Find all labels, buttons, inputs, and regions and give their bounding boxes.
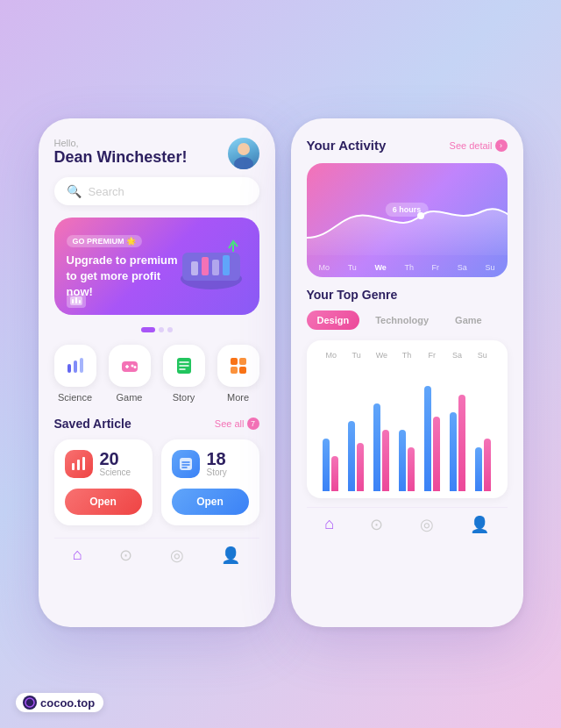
chart-day-we: We: [374, 263, 386, 272]
svg-rect-7: [182, 253, 240, 281]
article-science: 20 Science Open: [54, 439, 153, 525]
saved-articles-title: Saved Article: [54, 417, 131, 431]
bar-group-mo: [321, 368, 341, 491]
story-type: Story: [207, 467, 227, 477]
article-story-top: 18 Story: [172, 450, 249, 478]
svg-rect-13: [67, 364, 71, 373]
bcd-mo: Mo: [319, 351, 344, 360]
svg-rect-9: [202, 257, 209, 275]
more-label: More: [227, 392, 249, 403]
activity-header: Your Activity See detail ›: [307, 138, 508, 153]
nav-home[interactable]: ⌂: [73, 546, 82, 565]
story-count: 18: [207, 450, 227, 467]
svg-rect-11: [223, 255, 230, 275]
nav-profile[interactable]: 👤: [221, 546, 240, 565]
search-bar[interactable]: 🔍 Search: [54, 177, 259, 205]
category-more[interactable]: More: [217, 345, 259, 403]
banner-premium-label: GO PREMIUM 🌟: [67, 235, 143, 247]
genre-tab-technology[interactable]: Technology: [365, 310, 439, 330]
genre-tabs: Design Technology Game Science: [307, 310, 508, 330]
svg-rect-5: [79, 300, 81, 303]
search-icon: 🔍: [67, 184, 82, 198]
activity-chart: 6 hours Mo Tu We Th Fr Sa Su: [307, 163, 508, 277]
svg-rect-25: [231, 358, 238, 365]
premium-banner[interactable]: GO PREMIUM 🌟 Upgrade to premium to get m…: [54, 218, 259, 315]
bottom-nav-left: ⌂ ⊙ ◎ 👤: [54, 538, 259, 565]
bar-sa-blue: [450, 412, 457, 491]
dot-3: [167, 327, 173, 332]
nav-search-right[interactable]: ⊙: [370, 515, 383, 534]
bcd-th: Th: [394, 351, 420, 360]
bar-sa-pink: [458, 395, 465, 491]
bar-we-blue: [373, 403, 380, 491]
genre-tab-science[interactable]: Science: [498, 310, 508, 330]
genre-tab-design[interactable]: Design: [307, 310, 360, 330]
bar-group-tu: [346, 368, 366, 491]
chart-day-mo: Mo: [319, 263, 330, 272]
nav-search[interactable]: ⊙: [119, 546, 132, 565]
science-count: 20: [100, 450, 131, 467]
bar-chart: Mo Tu We Th Fr Sa Su: [307, 340, 508, 498]
open-story-button[interactable]: Open: [172, 489, 249, 515]
svg-rect-29: [72, 463, 75, 470]
open-science-button[interactable]: Open: [65, 489, 142, 515]
svg-point-0: [238, 143, 250, 155]
svg-rect-14: [74, 360, 77, 373]
nav-home-right[interactable]: ⌂: [324, 515, 334, 534]
svg-point-1: [234, 157, 253, 169]
chart-days: Mo Tu We Th Fr Sa Su: [319, 263, 495, 272]
bcd-su: Su: [470, 351, 495, 360]
bar-fr-blue: [424, 386, 431, 491]
article-story-icon: [172, 450, 200, 478]
activity-title: Your Activity: [307, 138, 387, 153]
bar-su-pink: [484, 439, 491, 491]
see-detail-button[interactable]: See detail ›: [450, 139, 508, 152]
svg-rect-32: [180, 458, 192, 470]
category-science[interactable]: Science: [54, 345, 96, 403]
hours-badge: 6 hours: [386, 203, 429, 217]
saved-articles-header: Saved Article See all 7: [54, 417, 259, 431]
more-icon: [217, 345, 259, 387]
story-icon: [163, 345, 205, 387]
banner-icon: [67, 294, 86, 308]
bar-su-blue: [475, 447, 482, 491]
category-game[interactable]: Game: [109, 345, 151, 403]
svg-rect-31: [82, 457, 85, 470]
see-detail-label: See detail: [450, 140, 493, 151]
see-all-button[interactable]: See all 7: [215, 418, 259, 430]
genre-title: Your Top Genre: [307, 288, 508, 302]
svg-rect-4: [75, 297, 77, 303]
nav-camera-right[interactable]: ◎: [420, 515, 434, 534]
bar-th-pink: [408, 447, 415, 491]
science-icon: [54, 345, 96, 387]
bar-tu-pink: [357, 443, 364, 491]
svg-rect-27: [231, 367, 238, 374]
chart-day-su: Su: [485, 263, 494, 272]
bar-tu-blue: [348, 421, 355, 491]
banner-illustration: [163, 231, 251, 301]
nav-profile-right[interactable]: 👤: [470, 515, 489, 534]
bcd-sa: Sa: [444, 351, 470, 360]
svg-rect-30: [77, 460, 80, 470]
see-all-label: See all: [215, 418, 245, 429]
svg-rect-26: [239, 358, 246, 365]
chart-day-sa: Sa: [458, 263, 467, 272]
search-placeholder: Search: [89, 185, 124, 198]
bar-mo-pink: [331, 456, 338, 491]
chart-day-tu: Tu: [348, 263, 357, 272]
genre-tab-game[interactable]: Game: [444, 310, 493, 330]
article-story-info: 18 Story: [207, 450, 227, 477]
chart-day-fr: Fr: [432, 263, 440, 272]
bar-th-blue: [399, 430, 406, 491]
bar-group-su: [473, 368, 494, 491]
chart-day-th: Th: [404, 263, 414, 272]
bottom-nav-right: ⌂ ⊙ ◎ 👤: [307, 507, 508, 534]
svg-rect-3: [72, 299, 74, 303]
nav-camera[interactable]: ◎: [170, 546, 184, 565]
category-story[interactable]: Story: [163, 345, 205, 403]
article-science-top: 20 Science: [65, 450, 142, 478]
left-phone: Hello, Dean Winchester! 🔍 Search GO PREM…: [39, 118, 275, 627]
categories: Science Game: [54, 345, 259, 403]
avatar[interactable]: [228, 138, 259, 169]
dot-1: [141, 327, 155, 332]
